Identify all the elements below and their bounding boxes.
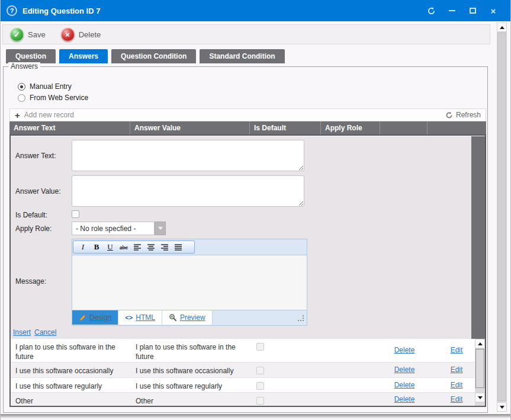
- italic-button[interactable]: I: [76, 242, 89, 252]
- column-header-answer-text[interactable]: Answer Text: [9, 121, 130, 134]
- groupbox-legend: Answers: [8, 62, 40, 70]
- refresh-grid-label: Refresh: [456, 111, 481, 119]
- is-default-label: Is Default:: [15, 211, 47, 219]
- tab-question[interactable]: Question: [6, 49, 56, 63]
- bold-icon: B: [94, 242, 99, 252]
- column-header-edit: [427, 121, 486, 134]
- message-editor: I B U abc: [72, 239, 307, 326]
- table-row[interactable]: I use this software occasionally I use t…: [11, 363, 485, 378]
- justify-button[interactable]: [172, 242, 185, 252]
- dialog-window: ? Editing Question ID 7 × ✓ Save × Delet…: [0, 0, 511, 420]
- insert-link[interactable]: Insert: [13, 328, 31, 336]
- align-right-icon: [161, 244, 169, 251]
- refresh-window-button[interactable]: [423, 4, 439, 18]
- toolbar: ✓ Save × Delete: [2, 24, 490, 44]
- delete-row-link[interactable]: Delete: [394, 345, 415, 355]
- minimize-button[interactable]: [444, 4, 459, 18]
- scroll-up-button[interactable]: [497, 23, 507, 32]
- refresh-icon: [427, 7, 436, 15]
- answer-text-label: Answer Text:: [15, 152, 56, 160]
- apply-role-selected-value: - No role specfied -: [72, 222, 155, 235]
- grid-command-bar: + Add new record Refresh: [9, 108, 486, 121]
- is-default-checkbox[interactable]: [72, 210, 79, 218]
- delete-row-link[interactable]: Delete: [394, 395, 415, 404]
- radio-from-web-service[interactable]: From Web Service: [18, 94, 88, 102]
- answer-value-input[interactable]: [72, 175, 304, 207]
- edit-form: Answer Text: Answer Value: Is Default: A…: [11, 136, 485, 339]
- table-scrollbar[interactable]: [475, 339, 485, 406]
- justify-icon: [175, 244, 182, 251]
- scroll-up-button[interactable]: [475, 339, 485, 348]
- apply-role-select[interactable]: - No role specfied -: [72, 222, 166, 235]
- radio-manual-entry[interactable]: Manual Entry: [18, 82, 72, 91]
- cell-apply-role: [322, 378, 381, 392]
- editor-mode-html[interactable]: <> HTML: [118, 310, 162, 325]
- align-right-button[interactable]: [158, 242, 171, 252]
- editor-mode-design[interactable]: Design: [72, 310, 118, 325]
- save-button[interactable]: ✓ Save: [10, 28, 46, 41]
- tab-strip: Question Answers Question Condition Stan…: [6, 49, 285, 63]
- resize-grip-icon[interactable]: [297, 315, 304, 321]
- column-header-apply-role[interactable]: Apply Role: [320, 121, 380, 134]
- scroll-down-button[interactable]: [475, 393, 485, 402]
- cell-answer-text: I plan to use this software in the futur…: [11, 339, 131, 362]
- editor-content-area[interactable]: [72, 255, 307, 310]
- cell-apply-role: [322, 339, 381, 362]
- cancel-link[interactable]: Cancel: [34, 328, 56, 336]
- is-default-checkbox[interactable]: [256, 382, 264, 390]
- answer-text-input[interactable]: [72, 140, 304, 171]
- help-icon[interactable]: ?: [7, 5, 17, 16]
- delete-button[interactable]: × Delete: [61, 28, 101, 41]
- editor-mode-preview[interactable]: Preview: [162, 310, 213, 325]
- underline-button[interactable]: U: [104, 242, 117, 252]
- is-default-checkbox[interactable]: [256, 343, 264, 351]
- delete-row-link[interactable]: Delete: [394, 365, 415, 374]
- column-header-answer-value[interactable]: Answer Value: [130, 121, 249, 134]
- edit-row-link[interactable]: Edit: [451, 345, 463, 355]
- titlebar: ? Editing Question ID 7 ×: [1, 0, 510, 21]
- maximize-icon: [470, 8, 476, 14]
- arrow-down-icon: [478, 396, 483, 399]
- close-button[interactable]: ×: [486, 4, 501, 18]
- scroll-down-button[interactable]: [497, 402, 507, 412]
- align-left-button[interactable]: [131, 242, 144, 252]
- tab-standard-condition[interactable]: Standard Condition: [200, 49, 284, 63]
- table-row[interactable]: I plan to use this software in the futur…: [11, 339, 485, 363]
- table-row[interactable]: I use this software regularly I use this…: [11, 378, 485, 393]
- is-default-checkbox[interactable]: [256, 397, 264, 405]
- cell-answer-value: Other: [131, 393, 250, 406]
- maximize-button[interactable]: [465, 4, 480, 18]
- bold-button[interactable]: B: [90, 242, 103, 252]
- scrollbar-thumb[interactable]: [497, 33, 506, 401]
- table-row[interactable]: Other Other Delete Edit: [11, 393, 485, 406]
- delete-row-link[interactable]: Delete: [394, 380, 415, 390]
- underline-icon: U: [107, 242, 113, 252]
- align-center-button[interactable]: [144, 242, 158, 252]
- edit-row-link[interactable]: Edit: [451, 365, 463, 374]
- strikethrough-icon: abc: [120, 244, 128, 251]
- arrow-up-icon: [500, 26, 504, 29]
- chevron-down-icon: [158, 227, 163, 230]
- refresh-grid-button[interactable]: Refresh: [445, 111, 481, 119]
- minimize-icon: [449, 10, 455, 11]
- preview-mode-label: Preview: [180, 313, 205, 322]
- window-title: Editing Question ID 7: [23, 7, 100, 15]
- tab-answers[interactable]: Answers: [59, 49, 108, 63]
- is-default-checkbox[interactable]: [256, 367, 264, 374]
- cell-apply-role: [322, 363, 381, 377]
- dropdown-button[interactable]: [155, 222, 166, 235]
- tab-question-condition[interactable]: Question Condition: [111, 49, 196, 63]
- strikethrough-button[interactable]: abc: [117, 242, 130, 252]
- radio-from-web-service-label: From Web Service: [30, 94, 88, 102]
- cell-apply-role: [322, 393, 381, 406]
- window-scrollbar[interactable]: [497, 23, 507, 412]
- scrollbar-thumb[interactable]: [475, 349, 484, 388]
- column-header-is-default[interactable]: Is Default: [249, 121, 320, 134]
- message-label: Message:: [15, 277, 46, 286]
- edit-row-link[interactable]: Edit: [451, 380, 463, 390]
- plus-icon: +: [15, 111, 20, 120]
- edit-row-link[interactable]: Edit: [451, 395, 463, 404]
- add-new-record-button[interactable]: + Add new record: [15, 111, 74, 120]
- answer-value-label: Answer Value:: [15, 187, 60, 195]
- cell-answer-text: Other: [11, 393, 131, 406]
